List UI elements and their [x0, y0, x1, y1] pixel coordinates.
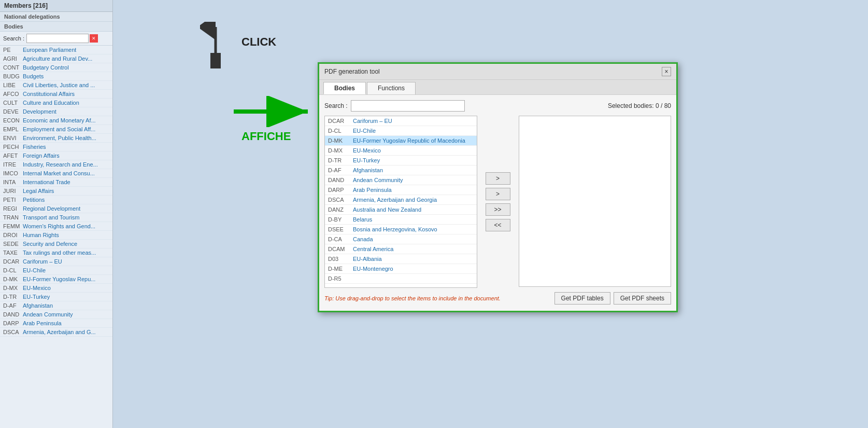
- modal-list-item[interactable]: D-MKEU-Former Yugoslav Republic of Maced…: [325, 136, 477, 146]
- modal-list-item[interactable]: D-CACanada: [325, 234, 477, 244]
- sidebar-list-item[interactable]: AGRIAgriculture and Rural Dev...: [0, 54, 112, 63]
- modal-list-item[interactable]: DCARCariforum – EU: [325, 116, 477, 126]
- sidebar-list-item[interactable]: TAXETax rulings and other meas...: [0, 248, 112, 257]
- sidebar-list-item[interactable]: BUDGBudgets: [0, 72, 112, 81]
- sidebar-section-delegations: National delegations: [0, 12, 112, 22]
- modal-selected-container[interactable]: [519, 116, 672, 287]
- sidebar-search-clear[interactable]: ✕: [90, 34, 98, 43]
- transfer-button[interactable]: >: [486, 188, 510, 200]
- modal-item-name: Arab Peninsula: [353, 187, 392, 193]
- modal-list-item[interactable]: D03EU-Albania: [325, 254, 477, 264]
- modal-search-input[interactable]: [351, 100, 465, 112]
- modal-list-item[interactable]: DCAMCentral America: [325, 244, 477, 254]
- sidebar-list-item[interactable]: REGIRegional Development: [0, 204, 112, 213]
- modal-list-item[interactable]: D-AFAfghanistan: [325, 165, 477, 175]
- sidebar-list-item[interactable]: PETIPetitions: [0, 196, 112, 204]
- sidebar-search-input[interactable]: [26, 34, 89, 43]
- sidebar-item-name: Civil Liberties, Justice and ...: [23, 82, 95, 88]
- sidebar-list-item[interactable]: TRANTransport and Tourism: [0, 213, 112, 222]
- modal-item-name: Afghanistan: [353, 167, 383, 173]
- modal-body: Search : Selected bodies: 0 / 80 DCARCar…: [319, 95, 676, 311]
- sidebar-list-item[interactable]: DANDAndean Community: [0, 310, 112, 319]
- sidebar-item-name: Fisheries: [23, 144, 46, 150]
- sidebar-item-code: PECH: [3, 144, 23, 150]
- modal-list-item[interactable]: D-MXEU-Mexico: [325, 146, 477, 156]
- sidebar-list-item[interactable]: ENVIEnvironment, Public Health...: [0, 134, 112, 143]
- sidebar-item-code: TRAN: [3, 214, 23, 220]
- modal-list-item[interactable]: D-CLEU-Chile: [325, 126, 477, 136]
- sidebar-list-item[interactable]: AFETForeign Affairs: [0, 151, 112, 160]
- modal-search-row: Search : Selected bodies: 0 / 80: [324, 100, 671, 112]
- modal-item-code: D-CL: [328, 128, 353, 134]
- get-pdf-sheets-button[interactable]: Get PDF sheets: [614, 292, 671, 305]
- sidebar-list-item[interactable]: LIBECivil Liberties, Justice and ...: [0, 81, 112, 90]
- modal-list-item[interactable]: DSEEBosnia and Herzegovina, Kosovo: [325, 225, 477, 234]
- sidebar-list-item[interactable]: D-CLEU-Chile: [0, 266, 112, 275]
- sidebar-list-item[interactable]: CULTCulture and Education: [0, 99, 112, 107]
- sidebar-list-item[interactable]: AFCOConstitutional Affairs: [0, 90, 112, 99]
- modal-titlebar: PDF generation tool ×: [319, 64, 676, 80]
- sidebar-item-name: Afghanistan: [23, 302, 53, 309]
- main-area: CLICK AFFICHE PDF generation tool × Bodi…: [113, 0, 868, 428]
- modal-content-area: DCARCariforum – EUD-CLEU-ChileD-MKEU-For…: [324, 116, 671, 288]
- affiche-annotation-text: AFFICHE: [241, 130, 291, 143]
- sidebar-item-code: DROI: [3, 232, 23, 238]
- sidebar-item-name: EU-Chile: [23, 267, 46, 273]
- tab-bodies[interactable]: Bodies: [323, 82, 366, 94]
- sidebar-item-name: Internal Market and Consu...: [23, 170, 95, 176]
- sidebar-list-item[interactable]: D-MKEU-Former Yugoslav Repu...: [0, 275, 112, 284]
- sidebar-item-name: Transport and Tourism: [23, 214, 79, 220]
- modal-list-item[interactable]: D-BYBelarus: [325, 215, 477, 225]
- transfer-button[interactable]: >>: [486, 203, 510, 216]
- sidebar-list-item[interactable]: FEMMWomen's Rights and Gend...: [0, 222, 112, 231]
- sidebar-item-name: International Trade: [23, 179, 70, 185]
- modal-footer: Tip: Use drag-and-drop to select the ite…: [324, 288, 671, 306]
- sidebar-list-item[interactable]: ECONEconomic and Monetary Af...: [0, 116, 112, 125]
- get-pdf-tables-button[interactable]: Get PDF tables: [554, 292, 610, 305]
- modal-list-item[interactable]: DSCAArmenia, Azerbaijan and Georgia: [325, 195, 477, 205]
- sidebar-list-item[interactable]: D-MXEU-Mexico: [0, 284, 112, 293]
- sidebar-list-item[interactable]: PEEuropean Parliament: [0, 46, 112, 54]
- modal-item-code: DAND: [328, 177, 353, 183]
- transfer-button[interactable]: <<: [486, 219, 510, 231]
- modal-list-item[interactable]: DARPArab Peninsula: [325, 185, 477, 195]
- sidebar-list-item[interactable]: EMPLEmployment and Social Aff...: [0, 125, 112, 134]
- sidebar-list-item[interactable]: ITREIndustry, Research and Ene...: [0, 160, 112, 169]
- modal-item-code: D-MK: [328, 137, 353, 144]
- modal-list-item[interactable]: DANZAustralia and New Zealand: [325, 205, 477, 215]
- sidebar-list-item[interactable]: INTAInternational Trade: [0, 178, 112, 187]
- sidebar-list-item[interactable]: PECHFisheries: [0, 143, 112, 151]
- sidebar-item-name: Legal Affairs: [23, 188, 54, 194]
- sidebar-item-name: Tax rulings and other meas...: [23, 250, 96, 256]
- sidebar-list-item[interactable]: D-TREU-Turkey: [0, 293, 112, 301]
- sidebar-list-item[interactable]: DSCAArmenia, Azerbaijan and G...: [0, 328, 112, 337]
- modal-list-item[interactable]: D-MEEU-Montenegro: [325, 264, 477, 274]
- sidebar-list-item[interactable]: DARPArab Peninsula: [0, 319, 112, 328]
- sidebar-list-item[interactable]: IMCOInternal Market and Consu...: [0, 169, 112, 178]
- sidebar-item-code: DAND: [3, 311, 23, 317]
- sidebar-item-code: D-CL: [3, 267, 23, 273]
- sidebar-item-name: European Parliament: [23, 47, 76, 53]
- modal-item-code: D-BY: [328, 216, 353, 223]
- transfer-button[interactable]: >: [486, 172, 510, 185]
- sidebar-list-item[interactable]: DCARCariforum – EU: [0, 257, 112, 266]
- click-annotation-text: CLICK: [241, 35, 276, 49]
- modal-title: PDF generation tool: [324, 68, 380, 75]
- sidebar-list-item[interactable]: DEVEDevelopment: [0, 107, 112, 116]
- modal-close-button[interactable]: ×: [662, 67, 671, 76]
- sidebar-item-code: SEDE: [3, 241, 23, 247]
- sidebar-list-item[interactable]: JURILegal Affairs: [0, 187, 112, 196]
- tab-functions[interactable]: Functions: [367, 82, 416, 94]
- modal-bodies-list[interactable]: DCARCariforum – EUD-CLEU-ChileD-MKEU-For…: [325, 116, 477, 287]
- modal-list-item[interactable]: D-TREU-Turkey: [325, 156, 477, 165]
- sidebar-item-code: D-MK: [3, 276, 23, 282]
- modal-list-item[interactable]: D-R5: [325, 274, 477, 284]
- sidebar-item-name: Armenia, Azerbaijan and G...: [23, 329, 96, 335]
- sidebar-list-item[interactable]: DROIHuman Rights: [0, 231, 112, 240]
- sidebar-list-item[interactable]: D-AFAfghanistan: [0, 301, 112, 310]
- sidebar-list-item[interactable]: CONTBudgetary Control: [0, 63, 112, 72]
- modal-list-item[interactable]: DANDAndean Community: [325, 175, 477, 185]
- sidebar-list-item[interactable]: SEDESecurity and Defence: [0, 240, 112, 248]
- modal-search-label: Search :: [324, 102, 348, 109]
- sidebar-item-name: Environment, Public Health...: [23, 135, 96, 141]
